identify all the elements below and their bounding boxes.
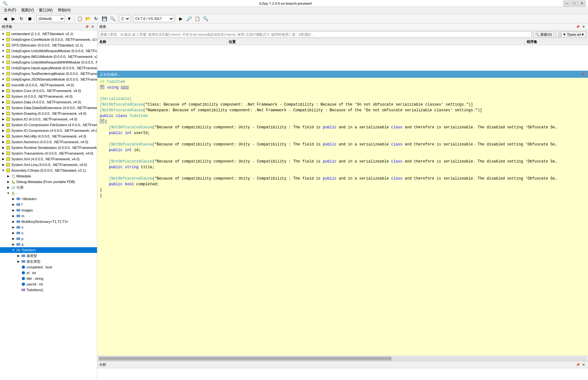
tree-item[interactable]: ▶System.Net.Http (4.0.0.0, .NETFramework… [0,133,97,139]
tree-item[interactable]: ▼UnityEngine.UnityWebRequestWWWModule (0… [0,59,97,65]
menu-help[interactable]: 帮助(H) [55,7,73,14]
tree-item[interactable]: ▶o [0,230,97,236]
expand-icon[interactable] [16,276,21,281]
expand-icon[interactable]: ▶ [11,208,16,213]
expand-icon[interactable]: ▼ [1,60,6,65]
tree-item[interactable]: ▶派生类型 [0,259,97,264]
profile-dropdown[interactable]: (Default) [36,15,65,22]
expand-icon[interactable]: ▶ [6,185,11,190]
expand-icon[interactable]: ▼ [1,48,6,53]
tree-item[interactable]: ▶p [0,236,97,242]
search-pin-button[interactable]: 📌 [575,24,580,29]
scrollbar-track[interactable] [99,357,587,360]
tree-item[interactable]: ▶System.Numerics (4.0.0.0, .NETFramework… [0,139,97,145]
expand-icon[interactable]: ▶ [1,83,6,88]
expand-icon[interactable]: ▶ [1,122,6,127]
copy-btn[interactable]: 📋 [193,15,201,22]
menu-window[interactable]: 窗口(W) [36,7,55,14]
expand-icon[interactable]: ▼ [1,37,6,42]
tree-item[interactable]: ▶f [0,202,97,207]
collapse-btn[interactable]: − [100,119,104,123]
analysis-pin-button[interactable]: 📌 [575,362,580,367]
expand-icon[interactable] [16,287,21,292]
expand-icon[interactable]: ▶ [11,219,16,224]
refresh2-btn[interactable]: ↻ [92,15,100,22]
tree-item[interactable]: ▶System.Core (4.0.0.0, .NETFramework, v4… [0,88,97,94]
tree-item[interactable]: ▶mscorlib (4.0.0.0, .NETFramework, v4.0) [0,82,97,88]
tree-item[interactable]: ▼UnityEngine.InputLegacyModule (0.0.0.0,… [0,65,97,71]
tree-item[interactable]: ▶m [0,213,97,219]
tree-item[interactable]: ▼UnityEngine.JSONSerializeModule (0.0.0.… [0,77,97,82]
expand-icon[interactable]: ▶ [1,111,6,116]
tree-item[interactable]: ▼UnityEngine.IMGUIModule (0.0.0.0, .NETF… [0,54,97,59]
expand-icon[interactable]: ▶ [16,259,21,264]
tree-item[interactable]: ▶基类型 [0,253,97,259]
menu-file[interactable]: 文件(F) [1,7,19,14]
language-dropdown[interactable]: C# [119,15,130,22]
tree-item[interactable]: ▶📋Metadata [0,173,97,179]
expand-icon[interactable]: ▶ [6,179,11,184]
find-btn[interactable]: 🔍 [202,15,209,22]
expand-icon[interactable]: ▶ [1,117,6,122]
expand-icon[interactable]: ▶ [16,253,21,258]
tree-item[interactable]: completed : bool [0,264,97,270]
search-close-button[interactable]: ✕ [581,24,586,29]
tree-item[interactable]: title : string [0,276,97,281]
tree-item[interactable]: ▼Assembly-CSharp (0.0.0.0, .NETStandard,… [0,168,97,173]
stop-button[interactable]: ⏹ [26,15,33,22]
tree-item[interactable]: ▼UnityEngine.UnityWebRequestModule (0.0.… [0,48,97,54]
expand-icon[interactable]: ▼ [6,191,11,196]
expand-icon[interactable]: ▶ [1,88,6,93]
expand-icon[interactable]: ▼ [1,77,6,82]
tree-item[interactable]: ▼{}- [0,190,97,196]
analysis-close-button[interactable]: ✕ [581,362,586,367]
tree-item[interactable]: ▶System (4.0.0.0, .NETFramework, v4.0) [0,94,97,99]
expand-icon[interactable]: ▶ [11,230,16,236]
tree-item[interactable]: TodoItem() [0,287,97,293]
maximize-button[interactable]: □ [571,1,578,6]
save-btn[interactable]: 💾 [100,15,108,22]
types-button[interactable]: 📋 ▼ Types an▼ [555,31,587,38]
expand-icon[interactable]: ▶ [1,162,6,167]
expand-icon[interactable]: ▼ [1,31,6,36]
tree-item[interactable]: ▶System.Xml.Linq (4.0.0.0, .NETFramework… [0,162,97,168]
expand-icon[interactable]: ▶ [1,134,6,139]
horizontal-scrollbar[interactable] [97,356,588,361]
search-input[interactable] [99,31,532,38]
expand-icon[interactable]: ▶ [11,196,16,201]
forward-button[interactable]: ▶ [9,15,17,22]
assembly-list-btn[interactable]: 📋 [76,15,83,22]
tree-container[interactable]: ▼netstandard (2.1.0, .NETStandard, v2.1)… [0,30,97,380]
expand-icon[interactable]: ▶ [6,174,11,179]
tree-item[interactable]: ▶System.IO.Compression (4.0.0.0, .NETFra… [0,128,97,133]
menu-view[interactable]: 视图(V) [19,7,36,14]
search-results-area[interactable] [97,45,588,70]
analyze-btn[interactable]: 🔎 [185,15,193,22]
expand-icon[interactable]: ▼ [1,71,6,76]
expand-icon[interactable]: ▼ [11,248,16,253]
left-close-button[interactable]: ✕ [90,24,95,29]
pin-button[interactable]: 📌 [84,24,89,29]
expand-icon[interactable]: ▶ [1,94,6,99]
tree-item[interactable]: ▶System.Drawing (4.0.0.0, .NETFramework,… [0,111,97,116]
expand-icon[interactable]: ▼ [1,54,6,59]
expand-icon[interactable]: ▶ [11,242,16,247]
version-dropdown[interactable]: C# 7.0 / VS 2017 [133,15,174,22]
minimize-button[interactable]: — [563,1,570,6]
tree-item[interactable]: ▼UnityEngine.CoreModule (0.0.0.0, .NETFr… [0,37,97,42]
expand-btn[interactable]: + [100,85,104,89]
tree-item[interactable]: ▼netstandard (2.1.0, .NETStandard, v2.1) [0,31,97,37]
expand-icon[interactable]: ▶ [1,105,6,110]
code-body[interactable]: // TodoItem+ using ... [Serializable][No… [97,78,588,356]
tree-item[interactable]: ▶System.IO.Compression.FileSystem (4.0.0… [0,122,97,128]
code-pin-button[interactable]: 📌 [580,72,585,77]
search-button[interactable]: 🔍 搜索(S) [533,31,554,38]
expand-icon[interactable]: ▶ [1,100,6,105]
tree-item[interactable]: ▶System.Runtime.Serialization (4.0.0.0, … [0,145,97,150]
expand-icon[interactable]: ▶ [1,145,6,150]
tree-item[interactable]: ▶System.Xml (4.0.0.0, .NETFramework, v4.… [0,156,97,162]
search-global-btn[interactable]: 🔍 [109,15,116,22]
tree-item[interactable]: ▼OPS.Obfuscator (0.0.0.0, .NETStandard, … [0,42,97,48]
tree-item[interactable]: ▶System.Transactions (4.0.0.0, .NETFrame… [0,150,97,156]
tree-item[interactable]: ▶Images [0,207,97,213]
